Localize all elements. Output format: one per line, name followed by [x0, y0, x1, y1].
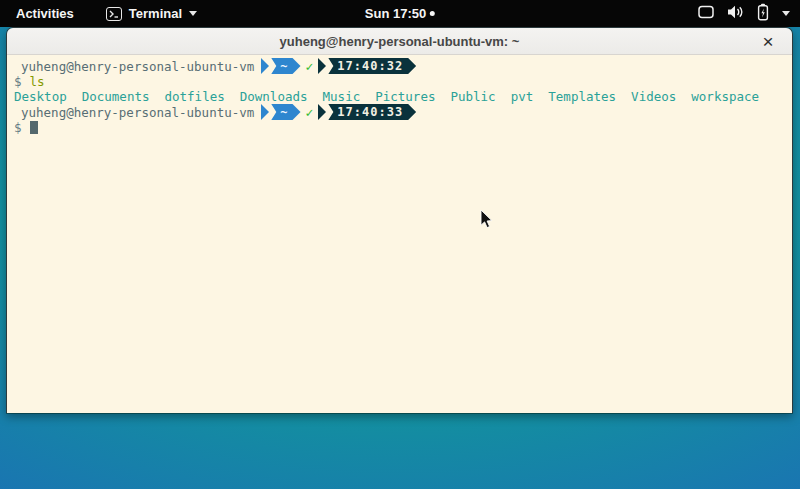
ls-output-line: Desktop Documents dotfiles Downloads Mus… [14, 89, 759, 104]
prompt-user-host: yuheng@henry-personal-ubuntu-vm [21, 59, 254, 74]
prompt-symbol: $ [14, 74, 22, 89]
terminal-window: yuheng@henry-personal-ubuntu-vm: ~ × yuh… [6, 27, 793, 413]
top-bar: Activities Terminal Sun 17:50 [0, 0, 800, 27]
app-menu-label: Terminal [129, 6, 182, 21]
prompt-path-segment: ~ [271, 104, 300, 120]
prompt-path-segment: ~ [271, 58, 300, 74]
powerline-arrow-icon [318, 58, 326, 74]
powerline-arrow-icon [318, 104, 326, 120]
terminal-icon [106, 7, 122, 21]
command-line-current: $ [14, 120, 792, 135]
window-titlebar[interactable]: yuheng@henry-personal-ubuntu-vm: ~ × [7, 28, 792, 55]
command-line: $ ls [14, 74, 792, 89]
volume-icon [727, 5, 744, 22]
prompt-line: yuheng@henry-personal-ubuntu-vm ~ ✓ 17:4… [14, 58, 792, 74]
prompt-symbol: $ [14, 120, 22, 135]
prompt-user-host: yuheng@henry-personal-ubuntu-vm [21, 105, 254, 120]
mouse-cursor [480, 209, 494, 230]
status-check-icon: ✓ [306, 105, 314, 120]
ls-output-row: Desktop Documents dotfiles Downloads Mus… [14, 89, 792, 104]
prompt-line: yuheng@henry-personal-ubuntu-vm ~ ✓ 17:4… [14, 104, 792, 120]
terminal-screen[interactable]: yuheng@henry-personal-ubuntu-vm ~ ✓ 17:4… [7, 55, 792, 413]
chevron-down-icon [782, 11, 790, 16]
screen-icon [698, 5, 714, 22]
prompt-time-segment: 17:40:33 [328, 104, 416, 120]
prompt-time-segment: 17:40:32 [328, 58, 416, 74]
notification-dot-icon [430, 11, 435, 16]
app-menu-terminal[interactable]: Terminal [106, 6, 197, 21]
close-button[interactable]: × [756, 28, 780, 55]
terminal-cursor [30, 121, 38, 134]
clock-button[interactable]: Sun 17:50 [365, 6, 435, 21]
powerline-arrow-icon [261, 58, 269, 74]
powerline-arrow-icon [261, 104, 269, 120]
window-title: yuheng@henry-personal-ubuntu-vm: ~ [280, 34, 520, 49]
activities-button[interactable]: Activities [10, 3, 80, 24]
battery-charging-icon [757, 3, 769, 24]
status-check-icon: ✓ [306, 59, 314, 74]
typed-command: ls [30, 74, 45, 89]
chevron-down-icon [189, 11, 197, 16]
system-status-menu[interactable] [698, 3, 790, 24]
desktop[interactable]: { "topbar": { "activities_label": "Activ… [0, 0, 800, 489]
clock-label: Sun 17:50 [365, 6, 426, 21]
